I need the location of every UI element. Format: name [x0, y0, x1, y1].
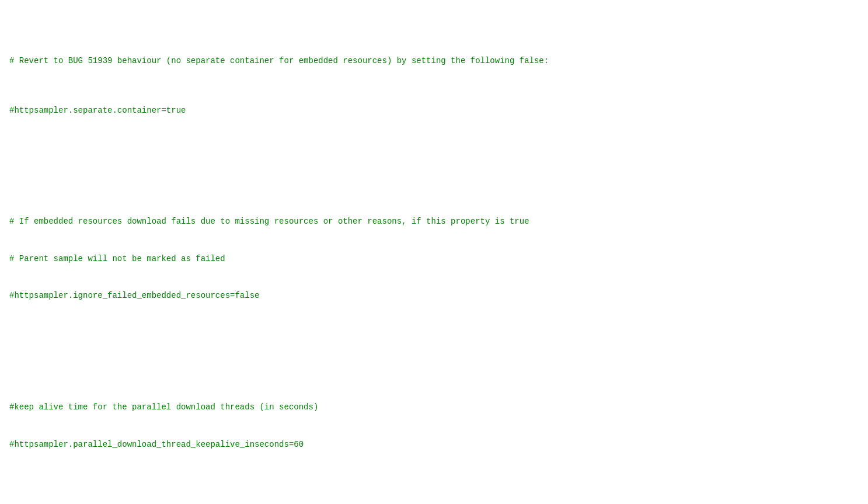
line-7-empty: [9, 339, 859, 352]
line-10-empty: [9, 488, 859, 500]
line-2: #httpsampler.separate.container=true: [9, 105, 859, 117]
line-1: # Revert to BUG 51939 behaviour (no sepa…: [9, 55, 859, 68]
line-4: # If embedded resources download fails d…: [9, 215, 859, 228]
line-5: # Parent sample will not be marked as fa…: [9, 253, 859, 266]
line-3-empty: [9, 154, 859, 166]
code-viewer: # Revert to BUG 51939 behaviour (no sepa…: [0, 0, 868, 504]
line-8: #keep alive time for the parallel downlo…: [9, 401, 859, 414]
line-6: #httpsampler.ignore_failed_embedded_reso…: [9, 290, 859, 303]
line-9: #httpsampler.parallel_download_thread_ke…: [9, 439, 859, 451]
